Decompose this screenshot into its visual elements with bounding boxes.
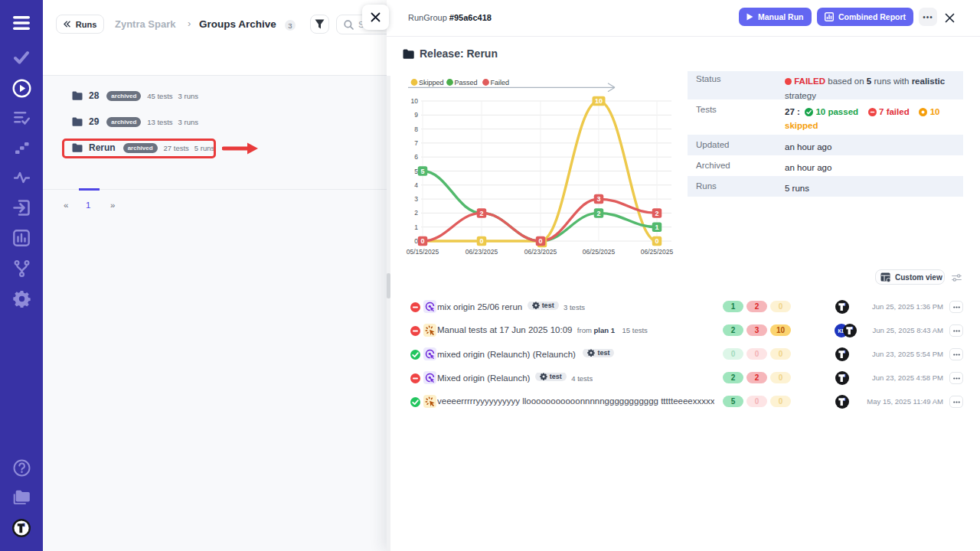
- svg-text:1: 1: [414, 223, 418, 231]
- svg-text:2: 2: [596, 210, 600, 217]
- svg-text:06/25/2025: 06/25/2025: [583, 248, 616, 256]
- svg-text:0: 0: [414, 237, 418, 245]
- svg-text:9: 9: [414, 111, 418, 119]
- svg-text:0: 0: [479, 237, 483, 245]
- svg-text:3: 3: [596, 195, 600, 203]
- svg-text:0: 0: [420, 237, 424, 245]
- svg-text:06/23/2025: 06/23/2025: [524, 248, 557, 256]
- svg-text:1: 1: [655, 223, 658, 231]
- svg-text:2: 2: [414, 209, 418, 217]
- svg-text:Failed: Failed: [491, 79, 510, 86]
- svg-text:8: 8: [414, 126, 418, 133]
- svg-text:7: 7: [414, 139, 418, 147]
- svg-text:05/15/2025: 05/15/2025: [407, 248, 439, 256]
- svg-text:Skipped: Skipped: [419, 79, 444, 86]
- svg-text:Passed: Passed: [455, 79, 478, 86]
- svg-text:10: 10: [595, 97, 603, 105]
- svg-text:2: 2: [479, 210, 483, 217]
- svg-text:4: 4: [414, 181, 418, 189]
- svg-text:10: 10: [411, 97, 419, 105]
- svg-text:5: 5: [414, 168, 418, 175]
- svg-text:06/23/2025: 06/23/2025: [466, 248, 498, 256]
- svg-text:0: 0: [538, 237, 542, 245]
- svg-text:3: 3: [414, 195, 418, 203]
- svg-text:5: 5: [420, 168, 424, 175]
- svg-text:2: 2: [655, 210, 658, 217]
- svg-text:6: 6: [414, 153, 418, 161]
- svg-text:06/25/2025: 06/25/2025: [641, 248, 674, 256]
- svg-text:0: 0: [655, 237, 658, 245]
